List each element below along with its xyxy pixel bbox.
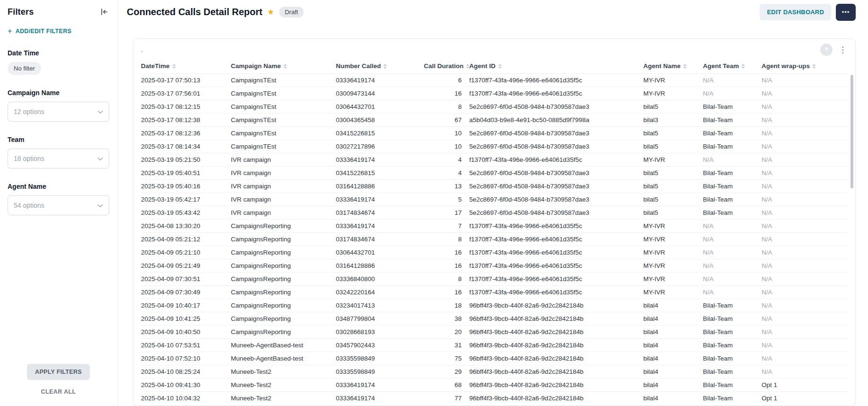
table-cell: Opt 1 bbox=[762, 379, 848, 392]
table-cell: 17 bbox=[424, 206, 469, 220]
column-header-number-called[interactable]: Number Called bbox=[336, 59, 424, 74]
table-cell: Muneeb-Test2 bbox=[231, 392, 336, 405]
table-cell: bilal5 bbox=[643, 127, 703, 140]
table-cell: Bilal-Team bbox=[703, 365, 762, 379]
table-cell: 2025-03-17 08:12:15 bbox=[141, 100, 231, 114]
table-row: 2025-03-19 05:21:50IVR campaign033364191… bbox=[141, 153, 848, 167]
sort-icon[interactable] bbox=[741, 64, 745, 69]
filter-section-date-time: Date Time No filter bbox=[8, 35, 109, 75]
widget-menu-button[interactable]: ⋮ bbox=[838, 46, 848, 54]
table-cell: 2025-04-09 05:21:10 bbox=[141, 246, 231, 259]
table-cell: Bilal-Team bbox=[703, 339, 762, 352]
agent-name-select-value: 54 options bbox=[14, 202, 44, 209]
table-cell: 96bff4f3-9bcb-440f-82a6-9d2c2842184b bbox=[469, 299, 643, 312]
table-cell: IVR campaign bbox=[231, 153, 336, 167]
table-cell: Bilal-Team bbox=[703, 312, 762, 326]
table-cell: 96bff4f3-9bcb-440f-82a6-9d2c2842184b bbox=[469, 326, 643, 339]
table-cell: CampaignsReporting bbox=[231, 326, 336, 339]
table-cell: 5e2c8697-6f0d-4508-9484-b7309587dae3 bbox=[469, 193, 643, 206]
table-cell: MY-IVR bbox=[643, 87, 703, 100]
sort-icon[interactable] bbox=[283, 64, 287, 69]
table-cell: 31 bbox=[424, 339, 469, 352]
widget-header: . ⋮ bbox=[141, 39, 848, 59]
table-cell: bilal4 bbox=[643, 352, 703, 365]
table-cell: CampaignsReporting bbox=[231, 273, 336, 286]
table-cell: MY-IVR bbox=[643, 74, 703, 87]
campaign-name-select[interactable]: 12 options bbox=[8, 102, 109, 122]
sort-icon[interactable] bbox=[498, 64, 502, 69]
table-cell: Bilal-Team bbox=[703, 127, 762, 140]
table-row: 2025-04-10 07:53:51Muneeb-AgentBased-tes… bbox=[141, 339, 848, 352]
column-header-call-duration[interactable]: Call Duration bbox=[424, 59, 469, 74]
page-title: Connected Calls Detail Report bbox=[127, 7, 263, 18]
apply-filters-button[interactable]: APPLY FILTERS bbox=[27, 364, 90, 380]
table-cell: 5 bbox=[424, 193, 469, 206]
table-cell: 18 bbox=[424, 299, 469, 312]
sort-icon[interactable] bbox=[683, 64, 687, 69]
table-row: 2025-03-17 08:14:34CampaignsTEst03027217… bbox=[141, 140, 848, 153]
table-cell: 03234017413 bbox=[336, 299, 424, 312]
table-cell: 38 bbox=[424, 312, 469, 326]
sort-icon[interactable] bbox=[383, 64, 387, 69]
table-cell: 03009473144 bbox=[336, 87, 424, 100]
table-cell: MY-IVR bbox=[643, 246, 703, 259]
team-select[interactable]: 18 options bbox=[8, 149, 109, 168]
table-cell: 2025-04-10 07:52:10 bbox=[141, 352, 231, 365]
table-cell: 03336419174 bbox=[336, 74, 424, 87]
table-row: 2025-04-10 10:04:32Muneeb-Test2033364191… bbox=[141, 392, 848, 405]
filter-label-team: Team bbox=[8, 136, 109, 143]
table-cell: 2025-04-09 10:40:50 bbox=[141, 326, 231, 339]
table-cell: 96bff4f3-9bcb-440f-82a6-9d2c2842184b bbox=[469, 392, 643, 405]
table-cell: 16 bbox=[424, 259, 469, 273]
table-cell: bilal4 bbox=[643, 365, 703, 379]
more-options-button[interactable]: ••• bbox=[836, 4, 856, 21]
favorite-star-icon[interactable]: ★ bbox=[267, 8, 274, 16]
table-cell: N/A bbox=[703, 286, 762, 299]
table-cell: Bilal-Team bbox=[703, 114, 762, 127]
table-cell: Muneeb-AgentBased-test bbox=[231, 352, 336, 365]
table-cell: N/A bbox=[762, 326, 848, 339]
column-header-agent-wrap-ups[interactable]: Agent wrap-ups bbox=[762, 59, 848, 74]
table-cell: f1370ff7-43fa-496e-9966-e64061d35f5c bbox=[469, 246, 643, 259]
sort-icon[interactable] bbox=[812, 64, 816, 69]
table-cell: MY-IVR bbox=[643, 259, 703, 273]
clear-all-button[interactable]: CLEAR ALL bbox=[38, 388, 79, 396]
table-cell: 2025-03-17 07:56:01 bbox=[141, 87, 231, 100]
add-edit-filters-button[interactable]: + ADD/EDIT FILTERS bbox=[8, 27, 109, 35]
column-header-campaign-name[interactable]: Campaign Name bbox=[231, 59, 336, 74]
edit-dashboard-button[interactable]: EDIT DASHBOARD bbox=[760, 4, 831, 20]
column-header-agent-team[interactable]: Agent Team bbox=[703, 59, 762, 74]
table-cell: Opt 1 bbox=[762, 392, 848, 405]
table-cell: 5e2c8697-6f0d-4508-9484-b7309587dae3 bbox=[469, 100, 643, 114]
table-cell: CampaignsTEst bbox=[231, 74, 336, 87]
table-row: 2025-04-10 08:25:24Muneeb-Test2033355988… bbox=[141, 365, 848, 379]
table-cell: 2025-04-09 07:30:51 bbox=[141, 273, 231, 286]
column-label: Agent wrap-ups bbox=[762, 62, 810, 70]
table-cell: IVR campaign bbox=[231, 180, 336, 193]
column-header-agent-name[interactable]: Agent Name bbox=[643, 59, 703, 74]
table-cell: bilal4 bbox=[643, 326, 703, 339]
table-cell: 5e2c8697-6f0d-4508-9484-b7309587dae3 bbox=[469, 140, 643, 153]
campaign-name-select-value: 12 options bbox=[14, 108, 44, 115]
table-cell: bilal5 bbox=[643, 100, 703, 114]
date-time-filter-chip[interactable]: No filter bbox=[8, 62, 41, 75]
table-cell: IVR campaign bbox=[231, 193, 336, 206]
sort-icon[interactable] bbox=[172, 64, 176, 69]
column-header-agent-id[interactable]: Agent ID bbox=[469, 59, 643, 74]
table-cell: N/A bbox=[762, 127, 848, 140]
table-row: 2025-04-09 10:40:17CampaignsReporting032… bbox=[141, 299, 848, 312]
table-cell: N/A bbox=[762, 273, 848, 286]
widget-filter-button[interactable] bbox=[820, 44, 833, 56]
column-header-datetime[interactable]: DateTime bbox=[141, 59, 231, 74]
table-cell: bilal5 bbox=[643, 206, 703, 220]
table-cell: bilal5 bbox=[643, 140, 703, 153]
table-cell: 03336419174 bbox=[336, 153, 424, 167]
vertical-scrollbar-thumb[interactable] bbox=[850, 75, 853, 188]
table-cell: 03064432701 bbox=[336, 100, 424, 114]
table-cell: 29 bbox=[424, 365, 469, 379]
collapse-sidebar-button[interactable] bbox=[99, 7, 109, 17]
table-cell: N/A bbox=[762, 74, 848, 87]
table-cell: f1370ff7-43fa-496e-9966-e64061d35f5c bbox=[469, 153, 643, 167]
agent-name-select[interactable]: 54 options bbox=[8, 195, 109, 215]
filters-title: Filters bbox=[8, 7, 34, 17]
